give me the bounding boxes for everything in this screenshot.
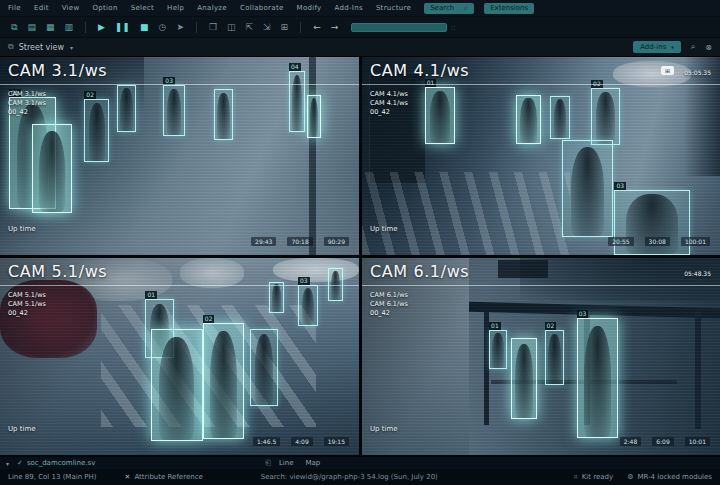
toolbar-separator <box>196 22 197 33</box>
menu-items: FileEditViewOptionSelectHelpAnalyzeColla… <box>8 4 424 12</box>
feed-badge: 6:09 <box>652 437 673 446</box>
forward-icon[interactable]: → <box>331 23 339 32</box>
error-label: Attribute Reference <box>134 473 202 481</box>
detection-box[interactable] <box>562 140 612 237</box>
feed-sub1: CAM 5.1/ws <box>8 291 46 300</box>
chevron-down-icon[interactable]: ▾ <box>6 460 9 467</box>
extensions-label: Extensions <box>490 4 528 12</box>
detection-box[interactable]: 02 <box>591 88 620 145</box>
import-icon[interactable]: ⇲ <box>263 23 271 32</box>
active-file-label[interactable]: soc_damcomline.sv <box>27 459 95 467</box>
detection-box[interactable]: 01 <box>489 330 507 369</box>
chevron-down-icon[interactable]: ▾ <box>70 44 73 51</box>
feed-badge: 4:09 <box>291 437 312 446</box>
back-icon[interactable]: ← <box>313 23 321 32</box>
view-bar: ⧉ Street view ▾ Add-ins ▾ ⌕ ⊗ <box>0 38 720 57</box>
menu-item-edit[interactable]: Edit <box>34 4 49 12</box>
save-icon[interactable]: ▦ <box>46 23 55 32</box>
person-silhouette <box>217 93 229 140</box>
console-tab-map[interactable]: Map <box>306 459 321 467</box>
detection-box[interactable] <box>307 95 321 139</box>
pause-icon[interactable]: ❚❚ <box>115 23 130 32</box>
feed-badge: 29:43 <box>251 237 276 246</box>
detection-box[interactable]: 02 <box>203 323 244 439</box>
menu-item-select[interactable]: Select <box>131 4 154 12</box>
feed-badges: 2:486:0910:01 <box>620 437 710 446</box>
new-window-icon[interactable]: ⊞ <box>281 23 289 32</box>
feed-code: 00_42 <box>8 309 46 318</box>
feed-badge: 20:55 <box>608 237 633 246</box>
person-silhouette <box>571 147 605 236</box>
detection-box[interactable]: 02 <box>545 330 565 385</box>
settings-icon[interactable]: ⊗ <box>705 43 712 52</box>
kit-ready-label[interactable]: Kit ready <box>582 473 613 481</box>
menu-item-file[interactable]: File <box>8 4 21 12</box>
modules-label[interactable]: MR-4 locked modules <box>637 473 712 481</box>
slider-handle-icon[interactable]: ∷ <box>451 24 455 31</box>
uptime-label: Up time <box>370 425 398 433</box>
detection-box[interactable]: 01 <box>425 87 455 144</box>
timeline-slider[interactable] <box>351 23 447 32</box>
detection-box[interactable] <box>511 338 538 419</box>
console-mid: ⎗ Line Map <box>265 459 332 467</box>
menu-item-structure[interactable]: Structure <box>376 4 411 12</box>
search-icon[interactable]: ⌕ <box>691 42 695 52</box>
menu-item-modify[interactable]: Modify <box>297 4 322 12</box>
feed-badge: 19:15 <box>324 437 349 446</box>
extensions-button[interactable]: Extensions <box>484 3 534 14</box>
detection-box[interactable] <box>214 89 234 140</box>
camera-feed-cam4[interactable]: 010203 CAM 4.1/ws CAM 4.1/ws CAM 4.1/ws … <box>362 57 720 255</box>
menu-item-help[interactable]: Help <box>167 4 184 12</box>
menu-item-option[interactable]: Option <box>93 4 118 12</box>
clock-icon[interactable]: ◷ <box>159 23 167 32</box>
error-status[interactable]: ✕ Attribute Reference <box>125 473 203 481</box>
windows-icon[interactable]: ❐ <box>209 23 217 32</box>
paste-icon[interactable]: ▤ <box>27 23 36 32</box>
detection-box[interactable]: 03 <box>298 285 318 326</box>
view-selector[interactable]: Street view <box>19 43 64 52</box>
person-silhouette <box>584 326 611 437</box>
camera-grid: 01020304 CAM 3.1/ws CAM 3.1/ws CAM 3.1/w… <box>0 57 720 455</box>
stop-icon[interactable]: ■ <box>140 23 149 32</box>
detection-box[interactable] <box>250 329 279 406</box>
menu-item-analyze[interactable]: Analyze <box>197 4 227 12</box>
detection-box[interactable]: 02 <box>84 99 109 162</box>
toolbar-icons: ⧉▤▦▥▶❚❚■◷➤❐◫⇱⇲⊞←→ <box>6 22 343 33</box>
detection-box[interactable]: 03 <box>577 318 618 438</box>
detection-box[interactable] <box>269 282 283 314</box>
detection-box[interactable] <box>117 85 137 133</box>
report-icon[interactable]: ▥ <box>64 23 73 32</box>
search-status-label: Search: viewid@/graph-php-3 54.log (Sun,… <box>261 473 438 481</box>
menu-item-view[interactable]: View <box>62 4 80 12</box>
detection-box[interactable] <box>32 124 71 213</box>
detection-box[interactable] <box>151 329 203 441</box>
detection-box[interactable] <box>516 95 541 145</box>
camera-feed-cam5[interactable]: 010203 CAM 5.1/ws CAM 5.1/ws CAM 5.1/ws … <box>0 258 359 455</box>
play-icon[interactable]: ▶ <box>98 23 105 32</box>
detection-box[interactable]: 04 <box>289 71 305 132</box>
camera-feed-cam6[interactable]: 010203 CAM 6.1/ws CAM 6.1/ws CAM 6.1/ws … <box>362 258 720 455</box>
search-label: Search <box>430 4 454 12</box>
detection-box[interactable] <box>550 96 570 140</box>
toolbar-separator <box>85 22 86 33</box>
export-icon[interactable]: ⇱ <box>246 23 254 32</box>
panel-icon[interactable]: ◫ <box>227 23 236 32</box>
feed-code: 00_42 <box>370 309 408 318</box>
detection-box[interactable]: 03 <box>163 85 185 136</box>
menu-item-add-ins[interactable]: Add-Ins <box>335 4 363 12</box>
person-silhouette <box>515 344 532 418</box>
search-icon: ⌕ <box>464 4 468 12</box>
feed-sub2: CAM 3.1/ws <box>8 99 46 108</box>
detections-layer: 010203 <box>362 57 720 255</box>
clipboard-icon: ⎗ <box>265 459 271 467</box>
menu-item-collaborate[interactable]: Collaborate <box>240 4 284 12</box>
expand-button[interactable]: ⊞ <box>661 66 674 75</box>
copy-icon[interactable]: ⧉ <box>11 23 17 32</box>
cursor-icon[interactable]: ➤ <box>176 23 184 32</box>
close-icon: ✕ <box>125 473 131 481</box>
console-tab-line[interactable]: Line <box>279 459 294 467</box>
addins-button[interactable]: Add-ins ▾ <box>633 41 681 53</box>
search-input[interactable]: Search ⌕ <box>424 3 474 14</box>
feed-title: CAM 6.1/ws <box>370 262 469 281</box>
camera-feed-cam3[interactable]: 01020304 CAM 3.1/ws CAM 3.1/ws CAM 3.1/w… <box>0 57 359 255</box>
